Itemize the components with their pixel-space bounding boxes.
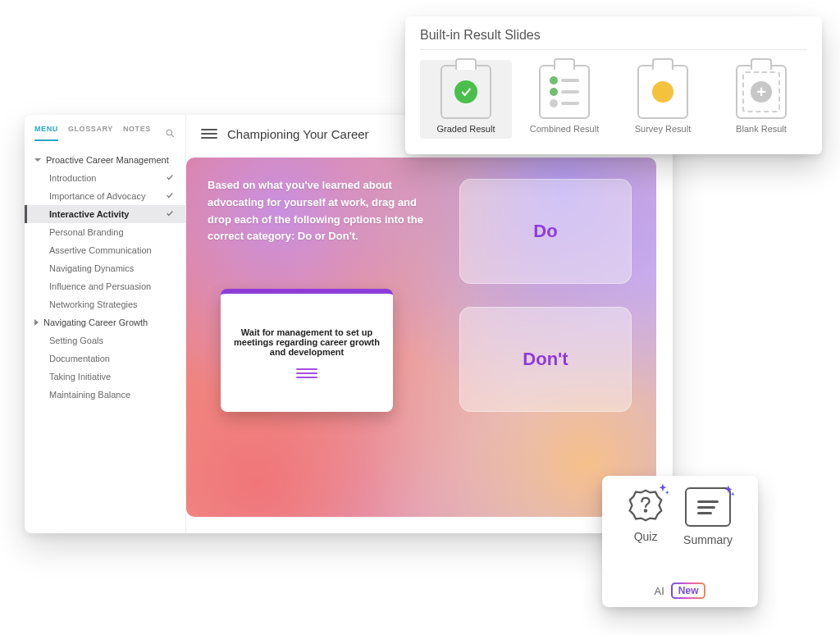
clipboard-list-icon — [539, 65, 590, 119]
tab-notes[interactable]: NOTES — [123, 125, 151, 141]
course-player-window: MENU GLOSSARY NOTES Proactive Career Man… — [25, 115, 673, 533]
outline-item-importance-of-advocacy[interactable]: Importance of Advocacy — [25, 187, 185, 205]
summary-doc-icon — [685, 487, 731, 527]
ai-footer: AI New — [655, 582, 706, 599]
result-option-survey[interactable]: Survey Result — [617, 60, 709, 139]
ai-summary-label: Summary — [683, 533, 733, 546]
drag-card-text: Wait for management to set up meetings r… — [232, 327, 381, 357]
outline-item-taking-initiative[interactable]: Taking Initiative — [25, 368, 185, 386]
item-label: Documentation — [49, 354, 110, 363]
item-label: Importance of Advocacy — [49, 191, 145, 201]
chevron-down-icon — [34, 158, 41, 162]
tab-glossary[interactable]: GLOSSARY — [68, 125, 113, 141]
ai-quiz-button[interactable]: Quiz — [628, 487, 664, 546]
slide-instructions: Based on what you've learned about advoc… — [208, 177, 437, 245]
result-slides-panel: Built-in Result Slides Graded Result — [405, 16, 822, 154]
ai-footer-label: AI — [655, 585, 664, 597]
result-slide-options: Graded Result Combined Result — [420, 60, 807, 139]
quiz-badge-icon — [628, 487, 664, 523]
ai-tools-row: Quiz Summary — [628, 487, 733, 546]
outline-item-influence-and-persuasion[interactable]: Influence and Persuasion — [25, 277, 185, 295]
svg-point-2 — [645, 509, 646, 511]
result-option-label: Blank Result — [736, 124, 787, 134]
outline-item-maintaining-balance[interactable]: Maintaining Balance — [25, 386, 185, 404]
drop-zone-label: Do — [533, 221, 557, 242]
search-icon[interactable] — [165, 128, 176, 139]
outline-item-personal-branding[interactable]: Personal Branding — [25, 223, 185, 241]
item-label: Introduction — [49, 173, 96, 183]
item-label: Influence and Persuasion — [49, 281, 151, 291]
check-icon — [166, 209, 174, 219]
outline-item-networking-strategies[interactable]: Networking Strategies — [25, 295, 185, 313]
menu-outline: Proactive Career Management Introduction… — [25, 146, 185, 404]
result-option-label: Graded Result — [437, 124, 495, 134]
item-label: Taking Initiative — [49, 372, 111, 381]
outline-item-interactive-activity[interactable]: Interactive Activity — [25, 205, 185, 223]
svg-point-0 — [167, 130, 172, 135]
outline-item-navigating-dynamics[interactable]: Navigating Dynamics — [25, 259, 185, 277]
section-proactive-career-management[interactable]: Proactive Career Management — [25, 151, 185, 169]
clipboard-plus-icon: + — [736, 65, 787, 119]
course-title: Championing Your Career — [227, 127, 369, 141]
outline-item-introduction[interactable]: Introduction — [25, 169, 185, 187]
clipboard-check-icon — [441, 65, 491, 119]
section-label: Proactive Career Management — [46, 155, 169, 165]
result-option-label: Combined Result — [530, 124, 599, 134]
outline-item-documentation[interactable]: Documentation — [25, 349, 185, 368]
ai-tools-panel: Quiz Summary AI New — [602, 476, 758, 607]
chevron-right-icon — [34, 319, 39, 326]
ai-summary-button[interactable]: Summary — [683, 487, 733, 546]
item-label: Maintaining Balance — [49, 390, 130, 400]
sparkle-icon — [721, 484, 736, 502]
result-option-graded[interactable]: Graded Result — [420, 60, 512, 139]
section-navigating-career-growth[interactable]: Navigating Career Growth — [25, 313, 185, 331]
svg-line-1 — [171, 135, 174, 137]
slide-canvas: Based on what you've learned about advoc… — [186, 158, 656, 517]
hamburger-icon[interactable] — [201, 126, 217, 141]
check-icon — [166, 191, 174, 201]
result-option-combined[interactable]: Combined Result — [518, 60, 610, 139]
grip-icon — [296, 368, 317, 378]
item-label: Networking Strategies — [49, 299, 138, 309]
result-option-blank[interactable]: + Blank Result — [715, 60, 807, 139]
outline-item-assertive-communication[interactable]: Assertive Communication — [25, 241, 185, 259]
new-badge: New — [671, 582, 706, 599]
player-sidebar: MENU GLOSSARY NOTES Proactive Career Man… — [25, 115, 186, 533]
item-label: Setting Goals — [49, 336, 103, 345]
section-label: Navigating Career Growth — [43, 318, 148, 327]
item-label: Personal Branding — [49, 227, 124, 237]
drop-zone-do[interactable]: Do — [459, 179, 632, 284]
outline-item-setting-goals[interactable]: Setting Goals — [25, 331, 185, 349]
tab-menu[interactable]: MENU — [34, 125, 58, 141]
item-label: Navigating Dynamics — [49, 263, 134, 273]
result-option-label: Survey Result — [635, 124, 691, 134]
check-icon — [166, 173, 174, 183]
drop-zone-label: Don't — [523, 349, 568, 370]
panel-title: Built-in Result Slides — [420, 28, 807, 50]
sparkle-icon — [655, 482, 670, 500]
clipboard-smile-icon — [637, 65, 688, 119]
sidebar-tabs: MENU GLOSSARY NOTES — [25, 115, 185, 146]
ai-quiz-label: Quiz — [634, 530, 658, 543]
drag-card[interactable]: Wait for management to set up meetings r… — [221, 289, 393, 412]
item-label: Interactive Activity — [49, 209, 129, 219]
drop-zone-dont[interactable]: Don't — [459, 307, 632, 412]
player-content: Championing Your Career Based on what yo… — [186, 115, 673, 533]
item-label: Assertive Communication — [49, 245, 152, 255]
